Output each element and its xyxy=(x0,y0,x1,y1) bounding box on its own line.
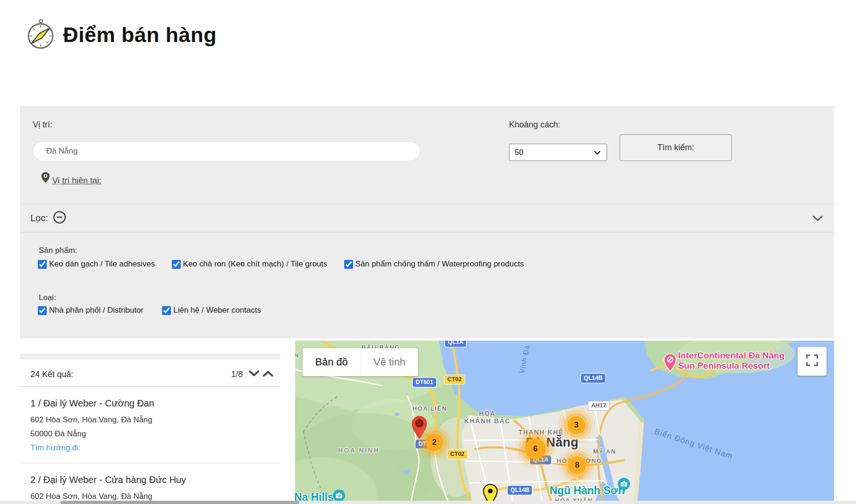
fullscreen-button[interactable] xyxy=(798,347,827,376)
filter-toggle-bar[interactable]: Lọc: xyxy=(20,204,834,232)
result-title: 2 / Đại lý Weber - Cửa hàng Đức Huy xyxy=(30,475,276,485)
area-label-hoa-khanh-bac: HÒA KHÁNH BẮC xyxy=(464,410,510,425)
map-canvas[interactable]: Vịnh Đà Biển Đông Việt Nam BẦU BÀNG N HÒ… xyxy=(295,341,834,504)
current-location-label: Vị trí hiện tại: xyxy=(52,176,101,186)
search-button[interactable]: Tìm kiếm: xyxy=(620,134,732,161)
marker-cluster-3[interactable]: 3 xyxy=(567,416,585,434)
map-type-button[interactable]: Bản đồ xyxy=(303,348,361,376)
page-up-chevron-icon[interactable] xyxy=(262,370,274,379)
checkbox-weber-contacts[interactable]: Liên hệ / Weber contacts xyxy=(162,306,261,315)
checkbox-tile-adhesives-input[interactable] xyxy=(38,260,47,269)
area-label-hoa-lien: HÒA LIÊN xyxy=(412,405,447,412)
page-title: Điểm bán hàng xyxy=(63,23,217,47)
result-item-1[interactable]: 1 / Đại lý Weber - Cường Đan 602 Hòa Sơn… xyxy=(20,387,280,463)
marker-cluster-8[interactable]: 8 xyxy=(568,456,586,474)
current-location-link[interactable]: Vị trí hiện tại: xyxy=(41,171,101,186)
checkbox-label: Keo chà ron (Keo chít mạch) / Tile grout… xyxy=(183,259,327,269)
location-input[interactable] xyxy=(33,141,420,161)
search-filter-panel: Vị trí: Khoảng cách: 50 Tìm kiếm: Vị trí… xyxy=(20,106,834,338)
minus-circle-icon[interactable] xyxy=(53,210,66,226)
checkbox-weber-contacts-input[interactable] xyxy=(162,306,171,315)
checkbox-label: Keo dán gạch / Tile adhesives xyxy=(49,259,155,269)
area-label-thanh-khe: THANH KHÊ xyxy=(518,428,564,436)
road-badge-ql14b-top: QL14B xyxy=(581,374,605,383)
intercontinental-label[interactable]: InterContinental Đà Nẵng Sun Peninsula R… xyxy=(678,350,785,371)
checkbox-tile-grouts[interactable]: Keo chà ron (Keo chít mạch) / Tile grout… xyxy=(172,259,327,269)
fullscreen-icon xyxy=(806,354,818,368)
types-group-label: Loại: xyxy=(39,293,56,302)
road-badge-ct02-top: CT02 xyxy=(445,375,465,384)
result-address: 602 Hòa Sơn, Hòa Vang, Đà Nẵng xyxy=(30,413,276,427)
chevron-down-icon xyxy=(594,148,601,157)
marker-cluster-2[interactable]: 2 xyxy=(425,434,443,451)
checkbox-distributor-input[interactable] xyxy=(38,306,47,315)
results-header: 24 Kết quả: 1/8 xyxy=(20,359,280,386)
collapse-chevron-icon[interactable] xyxy=(812,215,824,224)
type-filters-row: Nhà phân phối / Distributor Liên hệ / We… xyxy=(38,306,261,315)
result-postal: 50000 Đà Nẵng xyxy=(30,427,276,441)
result-directions-link[interactable]: Tìm hướng đi: xyxy=(30,443,276,453)
checkbox-tile-adhesives[interactable]: Keo dán gạch / Tile adhesives xyxy=(38,259,155,269)
result-item-2[interactable]: 2 / Đại lý Weber - Cửa hàng Đức Huy 602 … xyxy=(20,463,280,504)
road-badge-ql1a-top: QL1A xyxy=(445,341,466,347)
filter-label: Lọc: xyxy=(30,213,48,224)
road-badge-ah17: AH17 xyxy=(588,401,609,411)
distance-select[interactable]: 50 xyxy=(509,144,607,161)
page-indicator: 1/8 xyxy=(231,370,243,379)
checkbox-label: Sản phẩm chống thấm / Waterproofing prod… xyxy=(355,259,524,269)
red-cluster-pin[interactable] xyxy=(410,416,429,441)
checkbox-waterproofing[interactable]: Sản phẩm chống thấm / Waterproofing prod… xyxy=(344,259,524,269)
products-group-label: Sản phẩm: xyxy=(39,246,77,255)
compass-icon xyxy=(26,19,56,51)
road-badge-dt601: DT601 xyxy=(413,378,436,387)
map-pin-icon xyxy=(41,171,50,186)
results-count: 24 Kết quả: xyxy=(30,370,73,379)
checkbox-label: Liên hệ / Weber contacts xyxy=(173,306,261,315)
checkbox-label: Nhà phân phối / Distributor xyxy=(49,306,143,315)
map-type-control: Bản đồ Vệ tinh xyxy=(303,348,418,376)
area-label-my-an: MỸ AN xyxy=(593,448,616,455)
intercontinental-pin-icon[interactable] xyxy=(663,353,677,374)
checkbox-distributor[interactable]: Nhà phân phối / Distributor xyxy=(38,306,143,315)
page-down-chevron-icon[interactable] xyxy=(248,370,260,379)
page-header: Điểm bán hàng xyxy=(26,19,217,51)
checkbox-waterproofing-input[interactable] xyxy=(344,260,353,269)
photo-poi-icon[interactable] xyxy=(618,478,630,497)
results-top-strip xyxy=(20,354,280,359)
area-label-partial: N xyxy=(295,352,299,359)
location-label: Vị trí: xyxy=(33,120,52,130)
results-pager: 1/8 xyxy=(231,370,274,379)
area-label-hoa-ninh: HÒA NINH xyxy=(338,447,380,454)
horizontal-scrollbar[interactable] xyxy=(0,501,856,504)
result-title: 1 / Đại lý Weber - Cường Đan xyxy=(30,398,276,409)
store-locator-page: Điểm bán hàng Vị trí: Khoảng cách: 50 Tì… xyxy=(0,0,856,504)
marker-cluster-6[interactable]: 6 xyxy=(525,438,546,459)
road-badge-ql14b-bottom: QL14B xyxy=(508,486,532,495)
road-badge-ct02-mid: CT02 xyxy=(447,450,467,459)
checkbox-tile-grouts-input[interactable] xyxy=(172,260,181,269)
product-filters-row: Keo dán gạch / Tile adhesives Keo chà ro… xyxy=(38,259,524,269)
distance-label: Khoảng cách: xyxy=(509,120,560,130)
results-panel: 24 Kết quả: 1/8 1 / Đại lý Weber - Cường… xyxy=(20,354,280,504)
poi-label-ngu-hanh-son[interactable]: Ngũ Hành Sơn xyxy=(550,484,625,497)
satellite-type-button[interactable]: Vệ tinh xyxy=(361,348,418,376)
distance-select-value: 50 xyxy=(515,148,524,157)
scrollbar-thumb[interactable] xyxy=(61,501,299,504)
